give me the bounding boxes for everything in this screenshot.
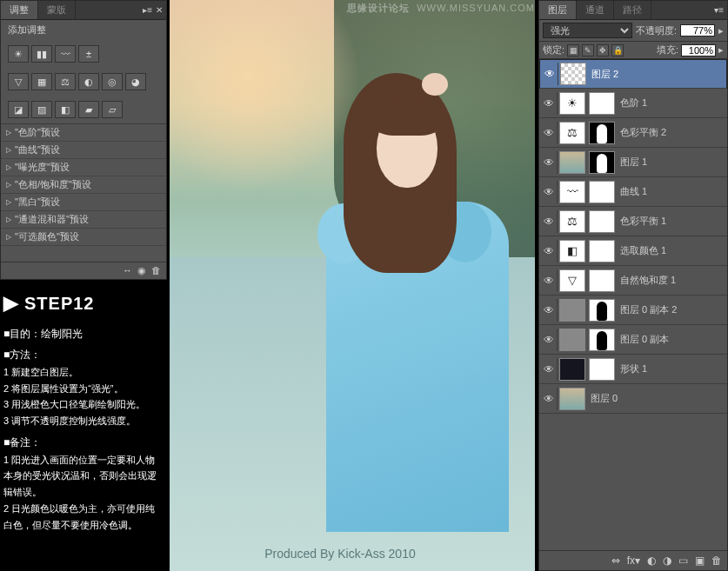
lock-all-icon[interactable]: 🔒 [611,44,624,56]
layer-row[interactable]: 👁▽自然饱和度 1 [539,266,727,295]
visibility-icon[interactable]: 👁 [541,156,557,169]
preset-item[interactable]: ▷"曲线"预设 [1,142,166,159]
tab-adjust[interactable]: 调整 [1,1,38,19]
layer-row[interactable]: 👁☀色阶 1 [539,89,727,118]
trash-icon[interactable]: 🗑 [711,554,722,567]
adjust-thumb[interactable]: ▽ [559,269,585,292]
opacity-arrow-icon[interactable]: ▸ [718,25,724,37]
lock-trans-icon[interactable]: ▦ [567,44,579,56]
visibility-icon[interactable]: 👁 [541,186,557,198]
visibility-icon[interactable]: 👁 [541,127,557,139]
opacity-input[interactable] [680,24,715,37]
panel-collapse-icon[interactable]: ▸≡ [143,5,152,15]
levels-icon[interactable]: ▮▮ [31,45,52,63]
adjust-thumb[interactable]: ◧ [559,240,585,262]
adjust-clip-icon[interactable]: ◉ [137,265,146,276]
photo-filter-icon[interactable]: ◎ [102,73,123,90]
visibility-icon[interactable]: 👁 [541,216,557,228]
adjust-thumb[interactable]: ☀ [559,92,585,115]
layer-row[interactable]: 👁图层 1 [539,148,727,177]
adjust-thumb[interactable]: ⚖ [559,122,585,144]
visibility-icon[interactable]: 👁 [542,68,558,80]
new-layer-icon[interactable]: ▣ [695,554,705,567]
balance-icon[interactable]: ⚖ [55,73,76,90]
adjust-icon-row-1: ☀ ▮▮ 〰 ± [1,40,166,68]
gradient-icon[interactable]: ▰ [78,101,99,118]
mask-thumb[interactable] [589,329,615,351]
threshold-icon[interactable]: ◧ [55,101,76,118]
vibrance-icon[interactable]: ▽ [8,73,29,90]
preset-item[interactable]: ▷"通道混和器"预设 [1,211,166,229]
layer-thumb[interactable] [560,63,586,85]
visibility-icon[interactable]: 👁 [541,245,557,257]
mask-thumb[interactable] [589,210,615,233]
adjust-thumb[interactable]: ⚖ [559,210,585,233]
layer-thumb[interactable] [559,358,585,381]
visibility-icon[interactable]: 👁 [541,275,557,287]
layer-thumb[interactable] [559,388,585,410]
invert-icon[interactable]: ◪ [8,101,29,118]
exposure-icon[interactable]: ± [78,45,99,63]
group-icon[interactable]: ▭ [678,554,688,567]
layer-thumb[interactable] [559,151,585,174]
mask-thumb[interactable] [589,151,615,174]
layer-row[interactable]: 👁图层 0 副本 2 [539,295,727,325]
layer-row[interactable]: 👁图层 2 [539,59,727,89]
posterize-icon[interactable]: ▨ [31,101,52,118]
mask-thumb[interactable] [589,269,615,292]
preset-item[interactable]: ▷"色阶"预设 [1,124,166,142]
panel-close-icon[interactable]: ✕ [156,5,163,15]
layer-row[interactable]: 👁图层 0 [539,384,727,414]
layer-row[interactable]: 👁图层 0 副本 [539,325,727,355]
fill-input[interactable] [681,44,716,56]
mask-thumb[interactable] [589,240,615,262]
tab-mask[interactable]: 蒙版 [38,1,76,19]
layer-row[interactable]: 👁〰曲线 1 [539,177,727,207]
triangle-icon: ▷ [6,233,11,241]
layer-row[interactable]: 👁⚖色彩平衡 2 [539,118,727,148]
fill-arrow-icon[interactable]: ▸ [718,44,724,56]
mask-thumb[interactable] [589,299,615,322]
layer-thumb[interactable] [559,329,585,351]
preset-item[interactable]: ▷"色相/饱和度"预设 [1,176,166,194]
lock-pos-icon[interactable]: ✥ [597,44,609,56]
fx-icon[interactable]: fx▾ [627,554,640,567]
mask-thumb[interactable] [589,92,615,115]
layer-row[interactable]: 👁⚖色彩平衡 1 [539,207,727,236]
preset-item[interactable]: ▷"黑白"预设 [1,194,166,211]
triangle-icon: ▷ [6,163,11,171]
panel-menu-icon[interactable]: ▾≡ [714,5,724,15]
hue-icon[interactable]: ▦ [31,73,52,90]
layer-row[interactable]: 👁◧选取颜色 1 [539,236,727,266]
visibility-icon[interactable]: 👁 [541,363,557,375]
tab-layers[interactable]: 图层 [539,1,577,19]
preset-label: "黑白"预设 [15,196,60,209]
adjust-expand-icon[interactable]: ↔ [123,265,132,276]
mask-thumb[interactable] [589,358,615,381]
selective-icon[interactable]: ▱ [102,101,123,118]
adjust-thumb[interactable]: 〰 [559,181,585,203]
blend-mode-select[interactable]: 强光 [543,23,632,38]
preset-item[interactable]: ▷"曝光度"预设 [1,159,166,176]
visibility-icon[interactable]: 👁 [541,334,557,346]
bw-icon[interactable]: ◐ [78,73,99,90]
layer-thumb[interactable] [559,299,585,322]
mask-icon[interactable]: ◐ [647,554,656,567]
adjust-layer-icon[interactable]: ◑ [663,554,671,567]
preset-item[interactable]: ▷"可选颜色"预设 [1,229,166,246]
tab-channels[interactable]: 通道 [577,1,614,19]
mask-thumb[interactable] [589,122,615,144]
adjust-trash-icon[interactable]: 🗑 [151,265,161,276]
visibility-icon[interactable]: 👁 [541,304,557,316]
curves-icon[interactable]: 〰 [55,45,76,63]
mixer-icon[interactable]: ◕ [125,73,146,90]
lock-pixels-icon[interactable]: ✎ [582,44,594,56]
tab-paths[interactable]: 路径 [614,1,651,19]
visibility-icon[interactable]: 👁 [541,97,557,110]
brightness-icon[interactable]: ☀ [8,45,29,63]
mask-thumb[interactable] [589,181,615,203]
link-icon[interactable]: ⇔ [611,554,620,567]
visibility-icon[interactable]: 👁 [541,393,557,405]
layer-row[interactable]: 👁形状 1 [539,355,727,384]
document-canvas[interactable]: Produced By Kick-Ass 2010 [170,0,535,571]
